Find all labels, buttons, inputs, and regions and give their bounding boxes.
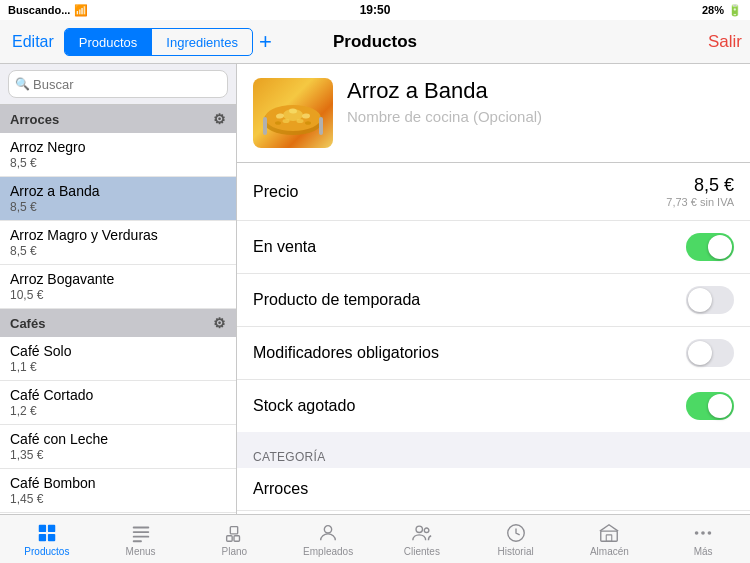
- list-item[interactable]: Café Bombon 1,45 €: [0, 469, 236, 513]
- search-input[interactable]: [8, 70, 228, 98]
- main-layout: 🔍 Arroces ⚙ Arroz Negro 8,5 € Arroz a Ba…: [0, 64, 750, 514]
- add-button[interactable]: +: [259, 29, 272, 55]
- modificadores-label: Modificadores obligatorios: [253, 344, 439, 362]
- price-label: Precio: [253, 183, 298, 201]
- svg-point-23: [324, 525, 331, 532]
- en-venta-label: En venta: [253, 238, 316, 256]
- list-item-selected[interactable]: Arroz a Banda 8,5 €: [0, 177, 236, 221]
- categoria-value: Arroces: [253, 480, 308, 498]
- svg-point-7: [275, 121, 281, 125]
- price-value: 8,5 €: [666, 175, 734, 196]
- mas-icon: [692, 522, 714, 544]
- status-right: 28% 🔋: [702, 4, 742, 17]
- svg-rect-28: [607, 534, 613, 540]
- tab-mas-label: Más: [694, 546, 713, 557]
- list-item[interactable]: Arroz Magro y Verduras 8,5 €: [0, 221, 236, 265]
- stock-toggle[interactable]: [686, 392, 734, 420]
- exit-button[interactable]: Salir: [708, 32, 742, 52]
- svg-rect-21: [234, 535, 240, 541]
- stock-label: Stock agotado: [253, 397, 355, 415]
- tab-plano-label: Plano: [222, 546, 248, 557]
- status-time: 19:50: [360, 3, 391, 17]
- price-row: Precio 8,5 € 7,73 € sin IVA: [237, 163, 750, 221]
- svg-rect-10: [263, 117, 267, 135]
- battery-icon: 🔋: [728, 4, 742, 17]
- categoria-group: Arroces ⚙ Gestión de categorías: [237, 468, 750, 514]
- stock-row: Stock agotado: [237, 380, 750, 432]
- svg-point-9: [283, 109, 303, 121]
- status-bar: Buscando... 📶 19:50 28% 🔋: [0, 0, 750, 20]
- tab-historial[interactable]: Historial: [469, 515, 563, 563]
- category-arroces-label: Arroces: [10, 112, 59, 127]
- toolbar-title: Productos: [333, 32, 417, 52]
- en-venta-toggle[interactable]: [686, 233, 734, 261]
- product-header: Arroz a Banda Nombre de cocina (Opcional…: [237, 64, 750, 163]
- list-item[interactable]: Café con Leche 1,35 €: [0, 425, 236, 469]
- tab-empleados-label: Empleados: [303, 546, 353, 557]
- gestion-categorias-row[interactable]: ⚙ Gestión de categorías: [237, 511, 750, 514]
- category-arroces-gear[interactable]: ⚙: [213, 111, 226, 127]
- svg-point-25: [424, 527, 429, 532]
- wifi-icon: 📶: [74, 4, 88, 17]
- price-sub: 7,73 € sin IVA: [666, 196, 734, 208]
- tab-mas[interactable]: Más: [656, 515, 750, 563]
- svg-rect-18: [132, 535, 149, 537]
- temporada-label: Producto de temporada: [253, 291, 420, 309]
- svg-rect-17: [132, 531, 149, 533]
- svg-rect-22: [231, 526, 238, 533]
- list-item[interactable]: Café Cortado 1,2 €: [0, 381, 236, 425]
- segment-ingredientes[interactable]: Ingredientes: [152, 29, 252, 55]
- empleados-icon: [317, 522, 339, 544]
- segment-productos[interactable]: Productos: [65, 29, 153, 55]
- battery-text: 28%: [702, 4, 724, 16]
- toggle-knob: [708, 394, 732, 418]
- tab-menus[interactable]: Menus: [94, 515, 188, 563]
- productos-icon: [36, 522, 58, 544]
- historial-icon: [505, 522, 527, 544]
- svg-rect-11: [319, 117, 323, 135]
- search-icon: 🔍: [15, 77, 30, 91]
- list-item[interactable]: Cappucino 1,45 €: [0, 513, 236, 514]
- product-image: [253, 78, 333, 148]
- edit-button[interactable]: Editar: [8, 33, 58, 51]
- tab-plano[interactable]: Plano: [188, 515, 282, 563]
- categoria-header: CATEGORÍA: [237, 442, 750, 468]
- toggle-knob: [688, 288, 712, 312]
- tab-clientes[interactable]: Clientes: [375, 515, 469, 563]
- category-cafes: Cafés ⚙: [0, 309, 236, 337]
- tab-almacen[interactable]: Almacén: [563, 515, 657, 563]
- search-bar: 🔍: [0, 64, 236, 105]
- temporada-row: Producto de temporada: [237, 274, 750, 327]
- svg-point-31: [708, 531, 712, 535]
- category-arroces: Arroces ⚙: [0, 105, 236, 133]
- tab-almacen-label: Almacén: [590, 546, 629, 557]
- modificadores-toggle[interactable]: [686, 339, 734, 367]
- svg-point-29: [695, 531, 699, 535]
- status-left: Buscando... 📶: [8, 4, 88, 17]
- svg-rect-13: [48, 524, 55, 531]
- svg-point-24: [416, 526, 422, 532]
- menus-icon: [130, 522, 152, 544]
- gap: [237, 432, 750, 442]
- product-title: Arroz a Banda: [347, 78, 542, 104]
- tab-productos-label: Productos: [24, 546, 69, 557]
- list-item[interactable]: Arroz Negro 8,5 €: [0, 133, 236, 177]
- category-cafes-label: Cafés: [10, 316, 45, 331]
- almacen-icon: [598, 522, 620, 544]
- list-item[interactable]: Arroz Bogavante 10,5 €: [0, 265, 236, 309]
- svg-rect-12: [39, 524, 46, 531]
- list-item[interactable]: Café Solo 1,1 €: [0, 337, 236, 381]
- detail-panel: Arroz a Banda Nombre de cocina (Opcional…: [237, 64, 750, 514]
- temporada-toggle[interactable]: [686, 286, 734, 314]
- svg-rect-16: [132, 526, 149, 528]
- segment-control: Productos Ingredientes: [64, 28, 253, 56]
- svg-rect-14: [39, 533, 46, 540]
- carrier-text: Buscando...: [8, 4, 70, 16]
- product-info: Arroz a Banda Nombre de cocina (Opcional…: [347, 78, 542, 125]
- tab-historial-label: Historial: [498, 546, 534, 557]
- category-cafes-gear[interactable]: ⚙: [213, 315, 226, 331]
- search-wrap: 🔍: [8, 70, 228, 98]
- tab-productos[interactable]: Productos: [0, 515, 94, 563]
- tab-empleados[interactable]: Empleados: [281, 515, 375, 563]
- fields-group-price: Precio 8,5 € 7,73 € sin IVA En venta Pro…: [237, 163, 750, 432]
